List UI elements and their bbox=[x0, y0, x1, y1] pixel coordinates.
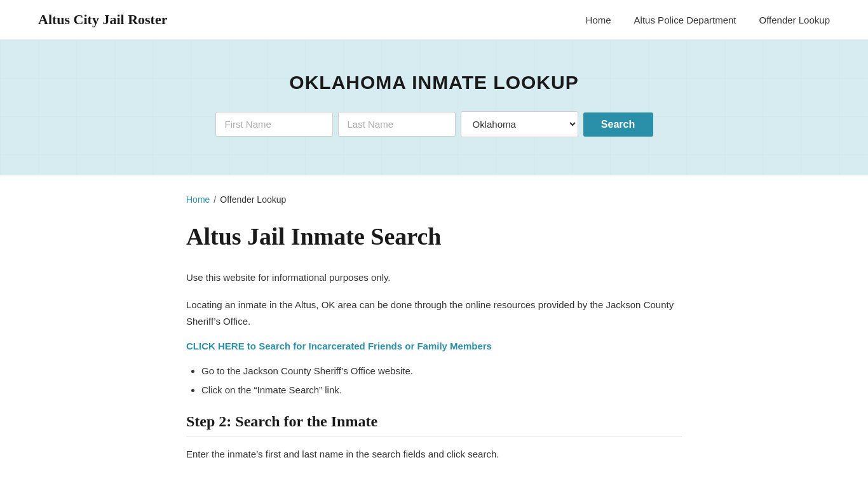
body-paragraph-2: Locating an inmate in the Altus, OK area… bbox=[186, 297, 682, 329]
bullet-item-2: Click on the “Inmate Search” link. bbox=[201, 382, 682, 398]
nav-link-offender[interactable]: Offender Lookup bbox=[759, 15, 830, 25]
body-paragraph-1: Use this website for informational purpo… bbox=[186, 269, 682, 286]
breadcrumb-home-link[interactable]: Home bbox=[186, 194, 210, 205]
last-name-input[interactable] bbox=[338, 112, 456, 137]
hero-banner: OKLAHOMA INMATE LOOKUP OklahomaAlabamaAl… bbox=[0, 40, 868, 175]
hero-title: OKLAHOMA INMATE LOOKUP bbox=[13, 72, 855, 93]
step2-heading: Step 2: Search for the Inmate bbox=[186, 413, 682, 437]
cta-link[interactable]: CLICK HERE to Search for Incarcerated Fr… bbox=[186, 341, 492, 351]
breadcrumb: Home / Offender Lookup bbox=[186, 194, 682, 205]
main-content: Home / Offender Lookup Altus Jail Inmate… bbox=[148, 175, 720, 488]
search-button[interactable]: Search bbox=[583, 112, 653, 137]
page-heading: Altus Jail Inmate Search bbox=[186, 222, 682, 252]
breadcrumb-current: Offender Lookup bbox=[220, 194, 286, 205]
breadcrumb-separator: / bbox=[214, 194, 216, 205]
first-name-input[interactable] bbox=[215, 112, 333, 137]
nav-link-police[interactable]: Altus Police Department bbox=[634, 15, 736, 25]
site-header: Altus City Jail Roster Home Altus Police… bbox=[0, 0, 868, 40]
site-title: Altus City Jail Roster bbox=[38, 11, 167, 28]
state-select[interactable]: OklahomaAlabamaAlaskaArizonaArkansasCali… bbox=[461, 111, 578, 137]
search-form: OklahomaAlabamaAlaskaArizonaArkansasCali… bbox=[13, 111, 855, 137]
main-nav: Home Altus Police Department Offender Lo… bbox=[586, 15, 830, 25]
bullet-item-1: Go to the Jackson County Sheriff’s Offic… bbox=[201, 363, 682, 379]
nav-link-home[interactable]: Home bbox=[586, 15, 611, 25]
step2-item: Enter the inmate’s first and last name i… bbox=[186, 446, 682, 463]
bullet-list: Go to the Jackson County Sheriff’s Offic… bbox=[186, 363, 682, 398]
